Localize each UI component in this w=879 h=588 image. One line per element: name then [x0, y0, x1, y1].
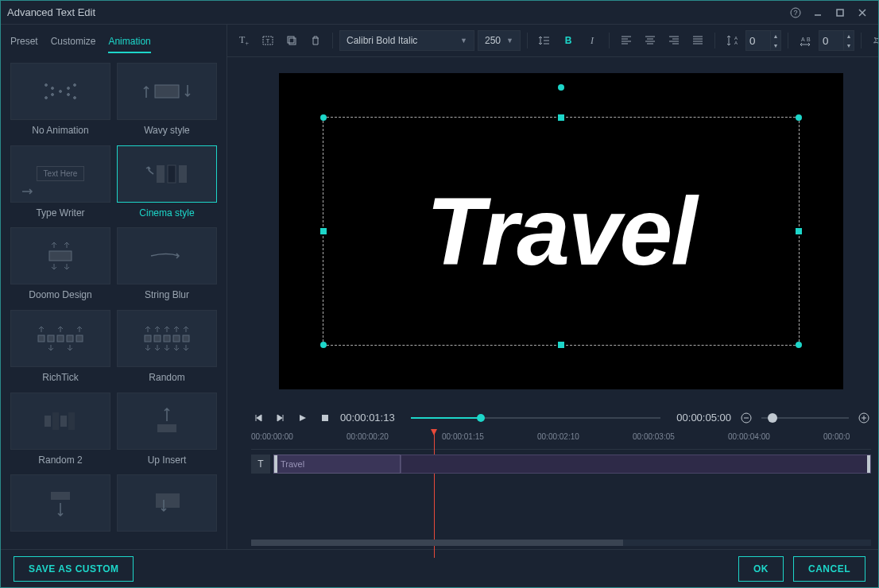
cancel-button[interactable]: CANCEL: [793, 556, 865, 582]
resize-handle-bl[interactable]: [320, 342, 327, 348]
spinner-down-icon[interactable]: ▼: [844, 41, 854, 50]
zoom-slider[interactable]: [761, 417, 849, 419]
prev-frame-icon[interactable]: [251, 413, 265, 423]
resize-handle-br[interactable]: [796, 342, 802, 348]
svg-rect-45: [322, 415, 328, 421]
svg-rect-27: [164, 335, 170, 342]
minimize-icon[interactable]: [808, 3, 827, 22]
align-justify-icon[interactable]: [687, 30, 708, 51]
spinner-up-icon[interactable]: ▲: [771, 31, 780, 41]
text-clip-tail[interactable]: [401, 455, 871, 474]
stop-icon[interactable]: [318, 413, 332, 423]
anim-item-12[interactable]: [117, 474, 217, 540]
anim-up-insert[interactable]: Up Insert: [117, 393, 217, 469]
align-left-icon[interactable]: [616, 30, 637, 51]
delete-icon[interactable]: [305, 30, 326, 51]
resize-handle-bm[interactable]: [558, 342, 564, 348]
line-height-icon[interactable]: [534, 30, 555, 51]
zoom-thumb[interactable]: [768, 413, 777, 423]
svg-point-8: [45, 97, 48, 99]
anim-doomo-design[interactable]: Doomo Design: [10, 227, 110, 304]
line-spacing-input[interactable]: [746, 35, 770, 47]
anim-label: Random: [149, 372, 184, 383]
svg-point-11: [68, 87, 70, 90]
svg-text:T: T: [266, 37, 270, 44]
playback-bar: 00:00:01:13 00:00:05:00: [227, 405, 879, 431]
svg-point-6: [45, 84, 48, 87]
zoom-in-icon[interactable]: [857, 412, 871, 424]
text-clip[interactable]: Travel: [273, 455, 401, 474]
spinner-down-icon[interactable]: ▼: [771, 41, 780, 50]
current-time: 00:00:01:13: [340, 412, 395, 424]
footer: SAVE AS CUSTOM OK CANCEL: [1, 549, 878, 587]
svg-rect-33: [68, 412, 75, 430]
anim-type-writer[interactable]: Text Here Type Writer: [10, 145, 110, 222]
chevron-down-icon: ▼: [506, 37, 513, 44]
anim-cinema-style[interactable]: Cinema style: [117, 145, 217, 222]
anim-random-2[interactable]: Random 2: [10, 393, 110, 469]
maximize-icon[interactable]: [831, 3, 850, 22]
clip-handle-right[interactable]: [867, 455, 870, 473]
resize-handle-tl[interactable]: [320, 114, 327, 121]
align-right-icon[interactable]: [664, 30, 684, 51]
align-center-icon[interactable]: [640, 30, 660, 51]
tab-customize[interactable]: Customize: [51, 31, 96, 53]
rotate-handle[interactable]: [558, 84, 564, 91]
svg-rect-22: [57, 335, 64, 342]
anim-label: String Blur: [145, 289, 189, 300]
next-frame-icon[interactable]: [273, 413, 288, 423]
add-text-icon[interactable]: T+: [234, 30, 254, 51]
canvas-text[interactable]: Travel: [426, 176, 695, 286]
snap-icon[interactable]: [868, 30, 879, 51]
line-spacing-spinner[interactable]: ▲ ▼: [745, 30, 781, 51]
chevron-down-icon: ▼: [460, 37, 467, 44]
timeline-scrollbar[interactable]: [251, 540, 871, 546]
resize-handle-mr[interactable]: [796, 228, 802, 234]
text-bounding-box[interactable]: Travel: [323, 117, 800, 346]
slider-thumb[interactable]: [477, 414, 485, 422]
playback-slider[interactable]: [411, 417, 661, 419]
help-icon[interactable]: ?: [786, 3, 805, 22]
svg-rect-29: [183, 335, 189, 342]
anim-wavy-style[interactable]: Wavy style: [117, 63, 217, 139]
tab-preset[interactable]: Preset: [10, 31, 38, 53]
svg-text:B: B: [807, 37, 811, 42]
resize-handle-tr[interactable]: [796, 114, 802, 121]
anim-string-blur[interactable]: String Blur: [117, 227, 217, 304]
ok-button[interactable]: OK: [738, 556, 784, 582]
close-icon[interactable]: [853, 3, 872, 22]
italic-icon[interactable]: I: [582, 30, 602, 51]
play-icon[interactable]: [296, 413, 310, 423]
char-spacing-input[interactable]: [819, 35, 843, 47]
svg-point-10: [52, 87, 54, 90]
preview-canvas[interactable]: Travel: [279, 73, 843, 389]
text-box-icon[interactable]: T: [258, 30, 278, 51]
spinner-up-icon[interactable]: ▲: [844, 31, 854, 41]
timeline-ruler[interactable]: 00:00:00:00 00:00:00:20 00:00:01:15 00:0…: [251, 431, 871, 450]
anim-no-animation[interactable]: No Animation: [10, 63, 110, 139]
bold-icon[interactable]: B: [558, 30, 579, 51]
line-spacing-icon[interactable]: AA: [722, 30, 742, 51]
char-spacing-icon[interactable]: AB: [795, 30, 815, 51]
canvas-area: Travel: [227, 57, 879, 405]
zoom-out-icon[interactable]: [739, 412, 753, 424]
anim-richtick[interactable]: RichTick: [10, 310, 110, 386]
resize-handle-ml[interactable]: [320, 228, 327, 234]
clip-handle-left[interactable]: [274, 455, 277, 473]
font-select[interactable]: Calibri Bold Italic ▼: [339, 30, 474, 51]
scrollbar-thumb[interactable]: [251, 540, 623, 546]
resize-handle-tm[interactable]: [558, 114, 564, 121]
svg-text:A: A: [801, 37, 805, 42]
char-spacing-spinner[interactable]: ▲ ▼: [819, 30, 854, 51]
window-title: Advanced Text Edit: [7, 6, 95, 18]
save-as-custom-button[interactable]: SAVE AS CUSTOM: [14, 556, 134, 582]
svg-point-12: [52, 94, 54, 96]
anim-random[interactable]: Random: [117, 310, 217, 386]
anim-item-11[interactable]: [10, 474, 110, 540]
playhead[interactable]: [434, 431, 435, 558]
tab-animation[interactable]: Animation: [108, 31, 150, 53]
svg-rect-31: [52, 412, 59, 430]
size-select[interactable]: 250 ▼: [478, 30, 521, 51]
copy-icon[interactable]: [281, 30, 302, 51]
ruler-mark: 00:00:00:20: [347, 432, 389, 441]
